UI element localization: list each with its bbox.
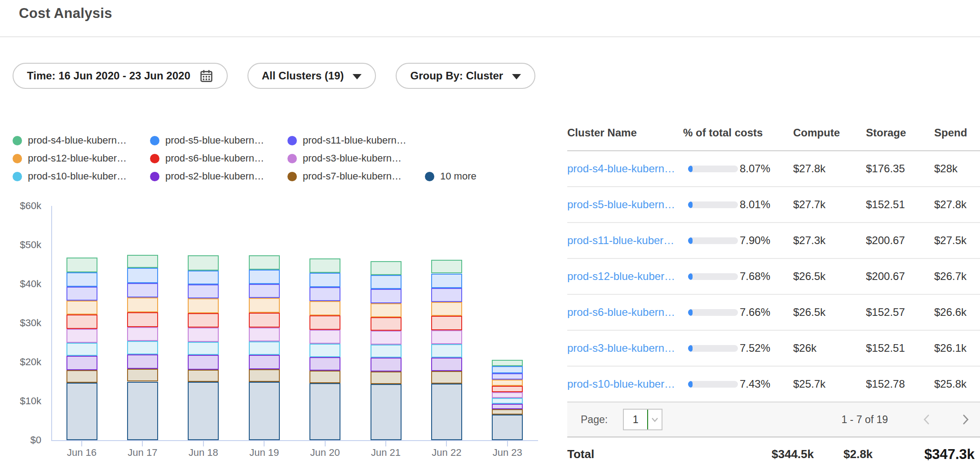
bar-segment-s7-jun-22[interactable] [431, 371, 462, 384]
bar-segment-s10-jun-21[interactable] [371, 345, 402, 358]
bar-segment-s11-jun-21[interactable] [371, 289, 402, 303]
bar-segment-s10-jun-22[interactable] [431, 344, 462, 358]
legend-item-more[interactable]: 10 more [425, 170, 477, 182]
bar-segment-s11-jun-20[interactable] [309, 287, 340, 301]
bar-segment-s10-jun-23[interactable] [492, 398, 523, 404]
bar-segment-more-jun-22[interactable] [431, 384, 462, 440]
bar-segment-s2-jun-19[interactable] [249, 355, 280, 369]
bar-segment-s10-jun-19[interactable] [249, 341, 280, 355]
bar-segment-s12-jun-21[interactable] [371, 303, 402, 317]
bar-segment-s5-jun-16[interactable] [66, 272, 97, 287]
bar-segment-s2-jun-16[interactable] [66, 356, 97, 370]
bar-segment-s11-jun-23[interactable] [492, 373, 523, 380]
bar-segment-s2-jun-17[interactable] [127, 354, 158, 368]
legend-item-s6[interactable]: prod-s6-blue-kubern… [150, 153, 287, 164]
bar-segment-s5-jun-19[interactable] [249, 270, 280, 284]
bar-segment-s4-jun-16[interactable] [66, 258, 97, 272]
bar-segment-more-jun-20[interactable] [309, 383, 340, 440]
bar-segment-s7-jun-20[interactable] [309, 371, 340, 383]
legend-item-s4[interactable]: prod-s4-blue-kubern… [13, 135, 150, 146]
bar-segment-s6-jun-23[interactable] [492, 386, 523, 392]
cluster-link[interactable]: prod-s11-blue-kuber… [567, 234, 683, 247]
bar-segment-s7-jun-21[interactable] [371, 371, 402, 384]
bar-segment-s2-jun-20[interactable] [309, 357, 340, 371]
legend-item-s11[interactable]: prod-s11-blue-kubern… [287, 135, 406, 146]
legend-item-s10[interactable]: prod-s10-blue-kuber… [13, 170, 150, 182]
bar-segment-s6-jun-18[interactable] [188, 313, 219, 327]
page-select[interactable]: 1 [623, 409, 662, 430]
bar-segment-s10-jun-17[interactable] [127, 341, 158, 354]
bar-segment-s10-jun-18[interactable] [188, 342, 219, 355]
bar-segment-s10-jun-20[interactable] [309, 344, 340, 357]
bar-segment-s12-jun-23[interactable] [492, 380, 523, 386]
bar-segment-more-jun-23[interactable] [492, 415, 523, 440]
chevron-right-icon[interactable] [958, 413, 972, 426]
group-by-filter[interactable]: Group By: Cluster [396, 63, 535, 89]
bar-segment-s5-jun-21[interactable] [371, 275, 402, 289]
bar-segment-more-jun-19[interactable] [249, 382, 280, 440]
bar-segment-s6-jun-21[interactable] [371, 317, 402, 331]
bar-segment-s4-jun-17[interactable] [127, 255, 158, 268]
bar-segment-s12-jun-18[interactable] [188, 298, 219, 313]
bar-segment-s7-jun-23[interactable] [492, 409, 523, 415]
bar-segment-s3-jun-18[interactable] [188, 328, 219, 342]
bar-segment-s4-jun-19[interactable] [249, 255, 280, 269]
bar-segment-s3-jun-22[interactable] [431, 330, 462, 344]
legend-item-s5[interactable]: prod-s5-blue-kubern… [150, 135, 287, 146]
cluster-link[interactable]: prod-s3-blue-kubern… [567, 342, 683, 354]
bar-segment-s5-jun-17[interactable] [127, 268, 158, 283]
bar-segment-s10-jun-16[interactable] [66, 343, 97, 356]
bar-segment-s11-jun-16[interactable] [66, 287, 97, 300]
bar-segment-s12-jun-22[interactable] [431, 302, 462, 316]
legend-item-s12[interactable]: prod-s12-blue-kuber… [13, 153, 150, 164]
bar-segment-s11-jun-17[interactable] [127, 283, 158, 297]
bar-segment-s3-jun-20[interactable] [309, 330, 340, 344]
bar-segment-s2-jun-18[interactable] [188, 355, 219, 369]
cluster-link[interactable]: prod-s12-blue-kuber… [567, 270, 683, 283]
bar-segment-s3-jun-16[interactable] [66, 329, 97, 343]
bar-segment-s6-jun-19[interactable] [249, 313, 280, 327]
bar-segment-s4-jun-18[interactable] [188, 255, 219, 271]
bar-segment-s7-jun-18[interactable] [188, 370, 219, 382]
legend-item-s7[interactable]: prod-s7-blue-kubern… [287, 170, 425, 182]
bar-segment-s7-jun-19[interactable] [249, 369, 280, 382]
bar-segment-s11-jun-18[interactable] [188, 284, 219, 298]
chevron-left-icon[interactable] [920, 413, 934, 426]
bar-segment-s6-jun-20[interactable] [309, 315, 340, 329]
cluster-link[interactable]: prod-s10-blue-kuber… [567, 378, 683, 390]
bar-segment-s3-jun-17[interactable] [127, 327, 158, 341]
bar-segment-s2-jun-21[interactable] [371, 358, 402, 371]
bar-segment-s11-jun-22[interactable] [431, 288, 462, 302]
bar-segment-more-jun-21[interactable] [371, 384, 402, 440]
bar-segment-s4-jun-20[interactable] [309, 258, 340, 272]
bar-segment-more-jun-18[interactable] [188, 382, 219, 440]
clusters-filter[interactable]: All Clusters (19) [247, 63, 376, 89]
cluster-link[interactable]: prod-s4-blue-kubern… [567, 162, 683, 175]
legend-item-s2[interactable]: prod-s2-blue-kubern… [150, 170, 287, 182]
cluster-link[interactable]: prod-s5-blue-kubern… [567, 198, 683, 211]
cluster-link[interactable]: prod-s6-blue-kubern… [567, 306, 683, 319]
bar-segment-s4-jun-22[interactable] [431, 260, 462, 273]
bar-segment-s12-jun-19[interactable] [249, 298, 280, 313]
bar-segment-s6-jun-16[interactable] [66, 315, 97, 329]
bar-segment-s5-jun-20[interactable] [309, 273, 340, 287]
bar-segment-s5-jun-18[interactable] [188, 271, 219, 284]
bar-segment-more-jun-16[interactable] [66, 383, 97, 440]
bar-segment-s12-jun-16[interactable] [66, 301, 97, 315]
bar-segment-s3-jun-19[interactable] [249, 328, 280, 341]
bar-segment-s11-jun-19[interactable] [249, 284, 280, 298]
bar-segment-s6-jun-17[interactable] [127, 312, 158, 327]
bar-segment-s5-jun-23[interactable] [492, 366, 523, 373]
bar-segment-s12-jun-17[interactable] [127, 297, 158, 312]
bar-segment-s12-jun-20[interactable] [309, 301, 340, 315]
legend-item-s3[interactable]: prod-s3-blue-kubern… [287, 153, 402, 164]
bar-segment-s3-jun-23[interactable] [492, 392, 523, 398]
bar-segment-s4-jun-23[interactable] [492, 360, 523, 366]
bar-segment-s7-jun-16[interactable] [66, 370, 97, 383]
time-range-filter[interactable]: Time: 16 Jun 2020 - 23 Jun 2020 [13, 63, 228, 89]
bar-segment-s4-jun-21[interactable] [371, 261, 402, 275]
bar-segment-more-jun-17[interactable] [127, 382, 158, 441]
bar-segment-s2-jun-23[interactable] [492, 404, 523, 409]
bar-segment-s7-jun-17[interactable] [127, 369, 158, 382]
bar-segment-s3-jun-21[interactable] [371, 331, 402, 344]
